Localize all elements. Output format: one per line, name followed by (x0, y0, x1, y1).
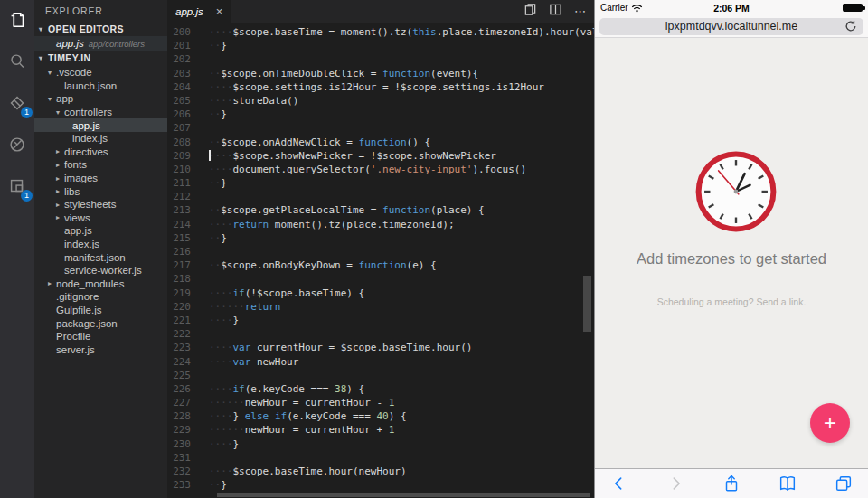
code-text: ····$scope.showNewPicker = !$scope.showN… (209, 149, 496, 163)
tree-file-manifest.json[interactable]: manifest.json (34, 250, 167, 264)
code-line-224[interactable]: 224····var newHour (167, 355, 594, 369)
line-number: 220 (167, 300, 191, 314)
code-text: ······return (209, 300, 281, 314)
code-line-212[interactable]: 212 (167, 190, 594, 203)
url-text: lpxpmtdqvv.localtunnel.me (665, 20, 797, 33)
code-line-213[interactable]: 213··$scope.getPlaceLocalTime = function… (167, 203, 594, 217)
split-editor-icon[interactable] (549, 3, 562, 20)
tree-folder-fonts[interactable]: ▸fonts (34, 158, 167, 172)
more-actions-icon[interactable]: ⋯ (574, 5, 587, 18)
code-line-216[interactable]: 216 (167, 245, 594, 258)
code-text: ····storeData() (209, 94, 298, 108)
code-line-226[interactable]: 226····if(e.keyCode === 38) { (167, 382, 594, 396)
code-line-206[interactable]: 206··} (167, 108, 594, 121)
code-line-231[interactable]: 231 (167, 451, 594, 465)
tree-item-label: node_modules (56, 278, 124, 289)
code-line-210[interactable]: 210····document.querySelector('.new-city… (167, 163, 594, 176)
tree-file-server.js[interactable]: server.js (34, 343, 167, 356)
tree-folder-app[interactable]: ▾app (34, 92, 167, 106)
address-field[interactable]: lpxpmtdqvv.localtunnel.me (599, 18, 863, 35)
vertical-scrollbar[interactable] (583, 276, 591, 332)
tree-file-Gulpfile.js[interactable]: Gulpfile.js (34, 304, 167, 317)
code-line-223[interactable]: 223····var currentHour = $scope.baseTime… (167, 341, 594, 354)
code-line-227[interactable]: 227······newHour = currentHour - 1 (167, 396, 594, 409)
tree-file-index.js[interactable]: index.js (34, 238, 167, 251)
tree-folder-directives[interactable]: ▸directives (34, 146, 167, 159)
tree-item-label: launch.json (64, 80, 117, 91)
line-number: 204 (167, 80, 191, 94)
horizontal-scrollbar[interactable] (217, 493, 590, 497)
bookmarks-icon[interactable] (775, 471, 800, 496)
tree-folder-views[interactable]: ▸views (34, 211, 167, 225)
code-text: ··$scope.onBodyKeyDown = function(e) { (209, 258, 437, 272)
code-line-225[interactable]: 225 (167, 369, 594, 382)
code-line-201[interactable]: 201··} (167, 39, 594, 52)
project-header[interactable]: ▾ TIMEY.IN (34, 51, 167, 65)
source-control-icon[interactable]: 1 (5, 90, 30, 116)
explorer-icon[interactable] (5, 7, 30, 33)
code-text: ··} (209, 108, 227, 121)
line-number: 230 (167, 437, 191, 451)
code-line-218[interactable]: 218 (167, 272, 594, 286)
tree-file-package.json[interactable]: package.json (34, 316, 167, 330)
code-text: ····$scope.settings.is12Hour = !$scope.s… (209, 80, 544, 94)
tree-file-service-worker.js[interactable]: service-worker.js (34, 264, 167, 277)
code-line-220[interactable]: 220······return (167, 300, 594, 314)
tree-folder-images[interactable]: ▸images (34, 172, 167, 185)
tabs-icon[interactable] (831, 471, 856, 496)
code-line-222[interactable]: 222 (167, 327, 594, 341)
carrier-label: Carrier (600, 3, 628, 13)
code-line-204[interactable]: 204····$scope.settings.is12Hour = !$scop… (167, 80, 594, 94)
forward-button[interactable] (663, 471, 688, 496)
close-icon[interactable]: × (216, 5, 223, 17)
tree-file-app.js[interactable]: app.js (34, 224, 167, 238)
code-line-228[interactable]: 228····} else if(e.keyCode === 40) { (167, 409, 594, 423)
tree-folder-libs[interactable]: ▸libs (34, 184, 167, 198)
share-icon[interactable] (719, 471, 744, 496)
line-number: 216 (167, 245, 191, 258)
safari-toolbar (595, 468, 868, 498)
tree-item-label: .gitignore (56, 291, 99, 302)
open-editors-header[interactable]: ▾ OPEN EDITORS (34, 22, 167, 36)
code-line-209[interactable]: 209····$scope.showNewPicker = !$scope.sh… (167, 149, 594, 163)
code-line-229[interactable]: 229······newHour = currentHour + 1 (167, 423, 594, 437)
open-changes-icon[interactable] (524, 3, 537, 20)
search-icon[interactable] (5, 49, 30, 74)
tree-file-.gitignore[interactable]: .gitignore (34, 290, 167, 304)
tree-folder-stylesheets[interactable]: ▸stylesheets (34, 198, 167, 211)
tree-file-Procfile[interactable]: Procfile (34, 330, 167, 343)
code-line-207[interactable]: 207 (167, 121, 594, 135)
tree-folder-.vscode[interactable]: ▾.vscode (34, 66, 167, 80)
tree-folder-node_modules[interactable]: ▸node_modules (34, 277, 167, 291)
code-line-200[interactable]: 200····$scope.baseTime = moment().tz(thi… (167, 25, 594, 39)
reload-icon[interactable] (844, 20, 857, 35)
tree-folder-controllers[interactable]: ▾controllers (34, 106, 167, 119)
tree-file-index.js[interactable]: index.js (34, 132, 167, 146)
line-number: 208 (167, 136, 191, 149)
code-line-211[interactable]: 211··} (167, 176, 594, 190)
code-line-205[interactable]: 205····storeData() (167, 94, 594, 108)
code-text: ····} (209, 437, 239, 451)
code-line-230[interactable]: 230····} (167, 437, 594, 451)
code-line-233[interactable]: 233··} (167, 478, 594, 492)
code-line-232[interactable]: 232····$scope.baseTime.hour(newHour) (167, 465, 594, 478)
tab-appjs[interactable]: app.js × (167, 0, 231, 23)
code-line-215[interactable]: 215··} (167, 231, 594, 245)
back-button[interactable] (607, 471, 632, 496)
url-bar: lpxpmtdqvv.localtunnel.me (595, 15, 868, 38)
code-line-221[interactable]: 221····} (167, 314, 594, 327)
extensions-icon[interactable]: 1 (5, 174, 30, 199)
code-line-208[interactable]: 208··$scope.onAddNewClick = function() { (167, 136, 594, 149)
code-line-202[interactable]: 202 (167, 52, 594, 66)
tree-file-app.js[interactable]: app.js (34, 118, 167, 132)
debug-icon[interactable] (5, 132, 30, 157)
code-line-217[interactable]: 217··$scope.onBodyKeyDown = function(e) … (167, 258, 594, 272)
editor-tab-bar: app.js × ⋯ (167, 0, 594, 23)
tree-file-launch.json[interactable]: launch.json (34, 80, 167, 93)
open-editor-item-appjs[interactable]: app.js app/controllers (34, 36, 167, 51)
code-line-214[interactable]: 214····return moment().tz(place.timezone… (167, 218, 594, 231)
code-line-219[interactable]: 219····if(!$scope.baseTime) { (167, 287, 594, 300)
code-line-203[interactable]: 203··$scope.onTimeDoubleClick = function… (167, 67, 594, 80)
tab-actions: ⋯ (524, 0, 587, 23)
add-timezone-button[interactable]: + (810, 403, 850, 443)
